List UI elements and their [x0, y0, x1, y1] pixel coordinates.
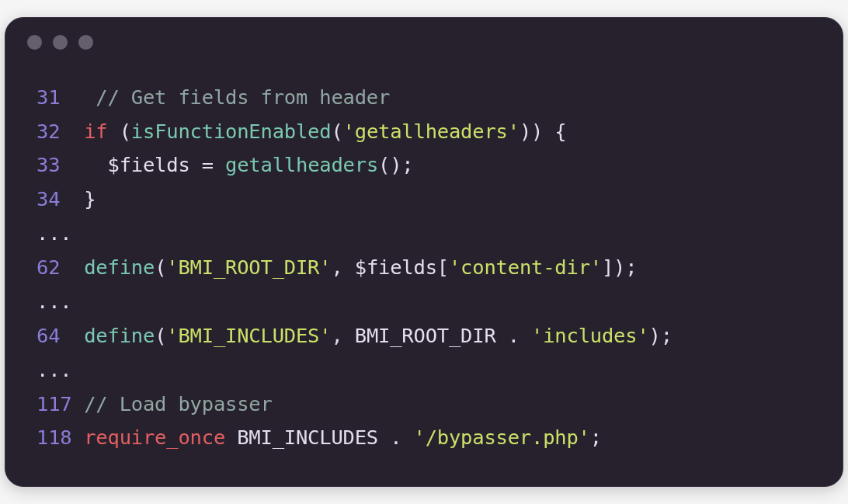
function-token: define	[84, 251, 155, 285]
variable-token: $fields	[355, 251, 437, 285]
line-number: 33	[36, 148, 72, 182]
line-number: 32	[36, 115, 72, 149]
space	[225, 421, 237, 455]
punct-token: ,	[331, 319, 354, 353]
code-ellipsis: ...	[36, 217, 812, 251]
indent	[72, 421, 84, 455]
keyword-token: require_once	[84, 421, 225, 455]
code-line: 31 // Get fields from header	[36, 81, 812, 115]
comment-token: // Load bypasser	[84, 388, 272, 422]
code-ellipsis: ...	[36, 285, 812, 319]
indent	[72, 182, 84, 217]
keyword-token: if	[84, 115, 107, 149]
punct-token: )	[531, 115, 554, 149]
code-line: 32 if (isFunctionEnabled('getallheaders'…	[36, 115, 812, 149]
operator-token: =	[190, 148, 225, 182]
line-number: 62	[36, 251, 72, 285]
window-titlebar	[5, 18, 843, 57]
code-line: 34 }	[36, 182, 812, 217]
punct-token: ;	[590, 421, 602, 455]
line-number: 117	[36, 388, 72, 422]
string-token: '/bypasser.php'	[413, 421, 589, 455]
ellipsis-token: ...	[36, 285, 71, 319]
code-line: 117 // Load bypasser	[36, 388, 812, 422]
function-token: define	[84, 319, 155, 353]
brace-token: }	[84, 182, 96, 217]
line-number: 34	[36, 182, 72, 217]
ellipsis-token: ...	[36, 353, 71, 388]
code-line: 118 require_once BMI_INCLUDES . '/bypass…	[36, 421, 812, 455]
line-number: 118	[36, 421, 72, 455]
string-token: 'BMI_ROOT_DIR'	[166, 251, 331, 285]
operator-token: .	[496, 319, 531, 353]
indent	[72, 148, 107, 182]
indent	[72, 319, 84, 353]
code-line: 62 define('BMI_ROOT_DIR', $fields['conte…	[36, 251, 812, 285]
comment-token: // Get fields from header	[96, 81, 390, 115]
code-line: 33 $fields = getallheaders();	[36, 148, 812, 182]
code-ellipsis: ...	[36, 353, 812, 388]
indent	[72, 251, 84, 285]
line-number: 31	[36, 81, 72, 115]
punct-token: [	[437, 251, 449, 285]
indent	[72, 388, 84, 422]
punct-token: (	[155, 319, 166, 353]
variable-token: $fields	[108, 148, 190, 182]
line-number: 64	[36, 319, 72, 353]
string-token: 'BMI_INCLUDES'	[166, 319, 331, 353]
code-editor: 31 // Get fields from header 32 if (isFu…	[5, 57, 843, 486]
constant-token: BMI_INCLUDES	[237, 421, 378, 455]
punct-token: ;	[401, 148, 413, 182]
function-token: getallheaders	[225, 148, 378, 182]
operator-token: .	[378, 421, 413, 455]
punct-token: (	[155, 251, 166, 285]
punct-token: )	[520, 115, 531, 149]
code-window: 31 // Get fields from header 32 if (isFu…	[5, 17, 843, 487]
code-line: 64 define('BMI_INCLUDES', BMI_ROOT_DIR .…	[36, 319, 812, 353]
punct-token: (	[331, 115, 342, 149]
function-token: isFunctionEnabled	[131, 115, 332, 149]
punct-token: ;	[625, 251, 637, 285]
traffic-light-close-icon[interactable]	[27, 35, 42, 50]
punct-token: )	[613, 251, 625, 285]
string-token: 'includes'	[531, 319, 649, 353]
traffic-light-minimize-icon[interactable]	[53, 35, 68, 50]
brace-token: {	[554, 115, 566, 149]
traffic-light-zoom-icon[interactable]	[78, 35, 93, 50]
ellipsis-token: ...	[36, 217, 71, 251]
constant-token: BMI_ROOT_DIR	[355, 319, 496, 353]
indent	[72, 115, 84, 149]
punct-token: ,	[331, 251, 354, 285]
string-token: 'getallheaders'	[343, 115, 520, 149]
punct-token: ()	[378, 148, 401, 182]
punct-token: )	[649, 319, 661, 353]
indent	[72, 81, 96, 115]
punct-token: ]	[602, 251, 613, 285]
punct-token: (	[108, 115, 131, 149]
string-token: 'content-dir'	[449, 251, 602, 285]
punct-token: ;	[661, 319, 672, 353]
